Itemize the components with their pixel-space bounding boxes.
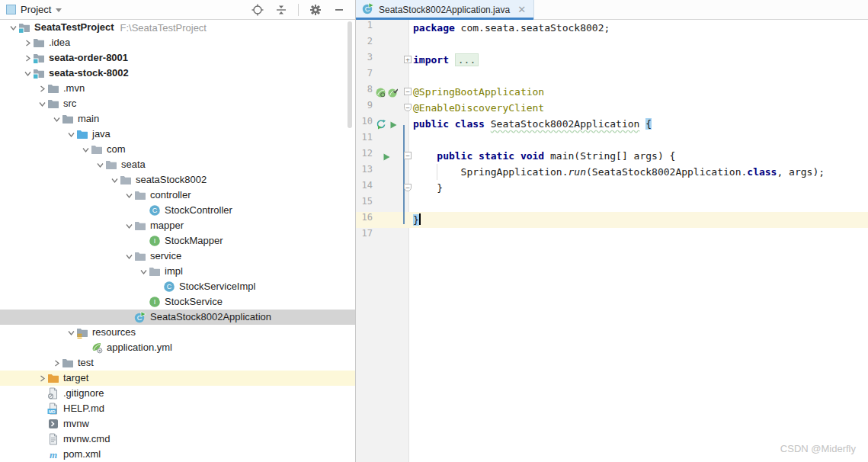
chevron-expanded-icon[interactable] (123, 220, 134, 231)
chevron-collapsed-icon[interactable] (22, 53, 33, 63)
chevron-expanded-icon[interactable] (94, 159, 105, 170)
fold-marker[interactable]: − (404, 104, 412, 111)
code-line-7[interactable]: 7 (356, 68, 868, 84)
fold-marker[interactable]: − (404, 88, 412, 95)
tree-item-.gitignore[interactable]: .gitignore (0, 386, 355, 401)
chevron-spacer (37, 449, 47, 460)
code-line-16[interactable]: 16} (356, 212, 868, 228)
tree-item-seata[interactable]: seata (0, 157, 355, 172)
run-class-icon: C (134, 311, 146, 323)
package-icon (149, 265, 161, 278)
code-line-8[interactable]: 8−@SpringBootApplication (356, 84, 868, 100)
chevron-expanded-icon[interactable] (123, 190, 134, 201)
tree-item-impl[interactable]: impl (0, 264, 355, 279)
tree-item-application.yml[interactable]: application.yml (0, 340, 355, 355)
chevron-collapsed-icon[interactable] (37, 373, 47, 383)
chevron-collapsed-icon[interactable] (51, 358, 62, 368)
markdown-file-icon: MD (47, 403, 59, 415)
spring-yml-icon (91, 342, 103, 354)
tree-item-StockMapper[interactable]: IStockMapper (0, 233, 355, 249)
code-line-14[interactable]: 14− } (356, 180, 868, 196)
chevron-expanded-icon[interactable] (123, 251, 134, 261)
hide-panel-icon[interactable] (332, 3, 346, 17)
code-line-11[interactable]: 11 (356, 132, 868, 148)
spring-search-icon[interactable] (376, 87, 386, 101)
code-text: @EnableDiscoveryClient (413, 100, 544, 116)
chevron-expanded-icon[interactable] (109, 175, 120, 185)
tree-item-src[interactable]: src (0, 96, 355, 111)
project-scrollbar[interactable] (348, 21, 352, 128)
module-folder-icon (33, 67, 45, 79)
code-line-2[interactable]: 2 (356, 36, 868, 52)
tree-item-resources[interactable]: resources (0, 325, 355, 340)
tree-item-seata-stock-8002[interactable]: seata-stock-8002 (0, 66, 355, 81)
folder-icon (33, 37, 45, 49)
line-number: 2 (357, 36, 373, 47)
chevron-expanded-icon[interactable] (22, 68, 33, 79)
run-icon[interactable] (389, 119, 398, 133)
run-icon[interactable] (382, 151, 391, 165)
code-line-10[interactable]: 10public class SeataStock8002Application… (356, 116, 868, 132)
code-text: } (413, 180, 443, 196)
fold-marker[interactable]: − (404, 184, 412, 191)
code-line-9[interactable]: 9−@EnableDiscoveryClient (356, 100, 868, 116)
chevron-expanded-icon[interactable] (80, 144, 91, 155)
tree-item-com[interactable]: com (0, 142, 355, 157)
tree-item-mvnw.cmd[interactable]: mvnw.cmd (0, 432, 355, 447)
code-line-12[interactable]: 12− public static void main(String[] arg… (356, 148, 868, 164)
tree-item-mapper[interactable]: mapper (0, 218, 355, 233)
package-icon (134, 189, 146, 201)
tree-item-pom.xml[interactable]: mpom.xml (0, 447, 355, 462)
rerun-icon[interactable] (376, 119, 386, 133)
chevron-expanded-icon[interactable] (51, 114, 62, 124)
svg-text:C: C (167, 283, 172, 290)
tree-item-target[interactable]: target (0, 371, 355, 386)
tree-item-service[interactable]: service (0, 249, 355, 264)
chevron-collapsed-icon[interactable] (22, 37, 33, 48)
tree-item-StockService[interactable]: IStockService (0, 294, 355, 310)
chevron-collapsed-icon[interactable] (37, 83, 47, 94)
tree-item-test[interactable]: test (0, 355, 355, 371)
tree-item-mvnw[interactable]: mvnw (0, 416, 355, 432)
fold-marker[interactable]: + (404, 56, 412, 63)
code-text: @SpringBootApplication (413, 84, 544, 100)
gear-icon[interactable] (309, 3, 322, 17)
chevron-expanded-icon[interactable] (66, 327, 76, 338)
tree-item-.mvn[interactable]: .mvn (0, 81, 355, 96)
tree-item-StockServiceImpl[interactable]: CStockServiceImpl (0, 279, 355, 294)
chevron-expanded-icon[interactable] (37, 98, 47, 109)
tree-item-java[interactable]: java (0, 127, 355, 142)
chevron-spacer (37, 434, 47, 444)
code-line-17[interactable]: 17 (356, 228, 868, 244)
close-icon[interactable]: ✕ (517, 6, 526, 14)
collapse-all-icon[interactable] (274, 3, 288, 17)
tree-item-seataStock8002[interactable]: seataStock8002 (0, 172, 355, 188)
project-view-selector[interactable]: Project (6, 4, 62, 15)
tree-item-.idea[interactable]: .idea (0, 35, 355, 50)
tree-item-SeataTestProject[interactable]: SeataTestProjectF:\SeataTestProject (0, 20, 355, 35)
tree-item-seata-order-8001[interactable]: seata-order-8001 (0, 50, 355, 66)
package-icon (120, 174, 132, 186)
tree-item-SeataStock8002Application[interactable]: CSeataStock8002Application (0, 310, 355, 325)
tree-item-HELP.md[interactable]: MDHELP.md (0, 401, 355, 416)
tree-item-controller[interactable]: controller (0, 188, 355, 203)
code-line-3[interactable]: 3+import ... (356, 52, 868, 68)
locate-icon[interactable] (251, 3, 264, 17)
run-class-icon: C (362, 2, 374, 18)
editor-tab[interactable]: C SeataStock8002Application.java ✕ (356, 0, 534, 20)
code-line-1[interactable]: 1package com.seata.seataStock8002; (356, 20, 868, 36)
code-line-13[interactable]: 13 SpringApplication.run(SeataStock8002A… (356, 164, 868, 180)
toolbar-separator (298, 4, 299, 16)
tree-item-main[interactable]: main (0, 111, 355, 127)
tree-item-StockController[interactable]: CStockController (0, 203, 355, 218)
code-line-15[interactable]: 15 (356, 196, 868, 212)
code-area[interactable]: 1package com.seata.seataStock8002;23+imp… (356, 20, 868, 462)
line-number: 15 (357, 196, 373, 207)
spring-check-icon[interactable] (388, 87, 398, 101)
tree-item-label: target (63, 371, 88, 386)
chevron-expanded-icon[interactable] (8, 22, 18, 33)
chevron-expanded-icon[interactable] (138, 266, 149, 277)
chevron-expanded-icon[interactable] (66, 129, 76, 140)
chevron-spacer (80, 342, 91, 353)
fold-marker[interactable]: − (404, 152, 412, 159)
